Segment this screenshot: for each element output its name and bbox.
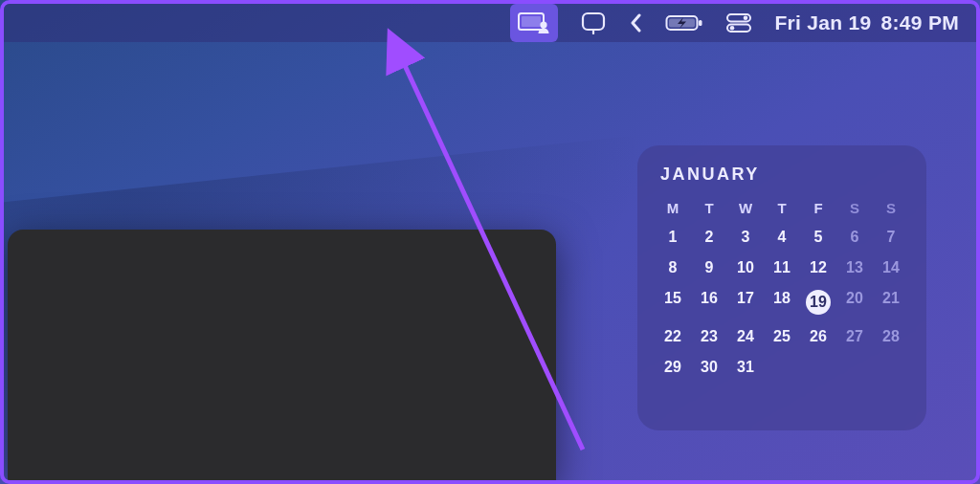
calendar-widget[interactable]: JANUARY MTWTFSS 123456789101112131415161… <box>637 145 926 430</box>
calendar-day[interactable]: 2 <box>691 222 727 253</box>
calendar-day[interactable]: 15 <box>655 283 691 321</box>
calendar-day[interactable]: 23 <box>691 321 727 352</box>
calendar-day-header: S <box>873 194 909 222</box>
svg-rect-1 <box>522 16 541 27</box>
screen-sharing-menu-item[interactable] <box>510 4 558 42</box>
menubar-date: Fri Jan 19 <box>774 11 871 34</box>
calendar-day[interactable]: 1 <box>655 222 691 253</box>
calendar-days-grid: 1234567891011121314151617181920212223242… <box>655 222 909 383</box>
calendar-day[interactable]: 26 <box>800 321 836 352</box>
svg-rect-3 <box>583 13 604 30</box>
calendar-header-row: MTWTFSS <box>655 194 909 222</box>
svg-point-2 <box>541 21 547 28</box>
calendar-day[interactable]: 14 <box>873 253 909 283</box>
keyboard-brightness-menu-item[interactable] <box>581 4 606 42</box>
calendar-day[interactable]: 12 <box>800 253 836 283</box>
calendar-day[interactable]: 30 <box>691 352 727 383</box>
calendar-day[interactable]: 22 <box>655 321 691 352</box>
calendar-day-header: F <box>800 194 836 222</box>
chevron-left-icon <box>629 13 642 33</box>
calendar-day[interactable]: 20 <box>836 283 873 321</box>
calendar-day[interactable]: 11 <box>764 253 800 283</box>
calendar-day[interactable]: 25 <box>764 321 800 352</box>
calendar-day[interactable]: 13 <box>836 253 873 283</box>
calendar-day[interactable]: 24 <box>727 321 764 352</box>
calendar-day[interactable]: 17 <box>727 283 764 321</box>
rounded-square-icon <box>581 11 606 34</box>
calendar-day[interactable]: 3 <box>727 222 764 253</box>
calendar-day[interactable]: 31 <box>727 352 764 383</box>
calendar-day[interactable]: 16 <box>691 283 727 321</box>
calendar-month-title: JANUARY <box>660 165 909 185</box>
calendar-day[interactable]: 19 <box>800 283 836 321</box>
svg-rect-6 <box>699 20 702 26</box>
calendar-day-header: W <box>727 194 764 222</box>
svg-point-11 <box>730 26 735 31</box>
control-center-icon <box>726 13 751 33</box>
calendar-day[interactable]: 27 <box>836 321 873 352</box>
calendar-day[interactable]: 6 <box>836 222 873 253</box>
back-chevron-menu-item[interactable] <box>629 4 642 42</box>
control-center-menu-item[interactable] <box>726 4 751 42</box>
calendar-day[interactable]: 21 <box>873 283 909 321</box>
svg-point-9 <box>744 15 748 20</box>
date-time-menu-item[interactable]: Fri Jan 19 8:49 PM <box>774 4 959 42</box>
calendar-day[interactable]: 9 <box>691 253 727 283</box>
calendar-day-header: M <box>655 194 691 222</box>
calendar-day-header: T <box>764 194 800 222</box>
calendar-day-header: T <box>691 194 727 222</box>
menu-bar: Fri Jan 19 8:49 PM <box>4 4 976 42</box>
app-window[interactable] <box>8 230 556 484</box>
battery-menu-item[interactable] <box>665 4 703 42</box>
calendar-day[interactable]: 28 <box>873 321 909 352</box>
calendar-day[interactable]: 4 <box>764 222 800 253</box>
screen-share-person-icon <box>518 12 550 33</box>
calendar-day[interactable]: 8 <box>655 253 691 283</box>
calendar-day[interactable]: 29 <box>655 352 691 383</box>
calendar-day[interactable]: 18 <box>764 283 800 321</box>
calendar-day[interactable]: 7 <box>873 222 909 253</box>
calendar-day[interactable]: 5 <box>800 222 836 253</box>
menubar-time: 8:49 PM <box>881 11 959 34</box>
battery-charging-icon <box>665 13 703 33</box>
calendar-day-header: S <box>836 194 873 222</box>
calendar-day[interactable]: 10 <box>727 253 764 283</box>
